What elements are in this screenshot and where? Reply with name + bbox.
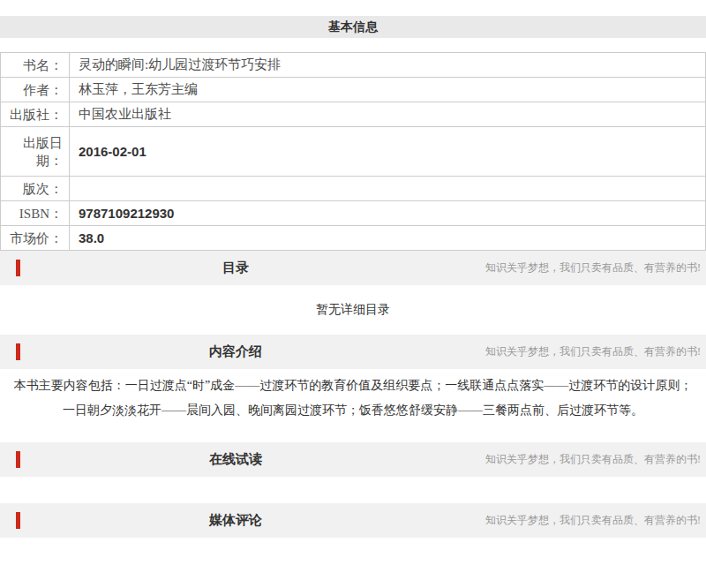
table-row-edition: 版次：	[1, 177, 706, 201]
basic-info-header-bar: 基本信息	[0, 16, 706, 38]
section-tagline: 知识关乎梦想，我们只卖有品质、有营养的书!	[485, 503, 701, 538]
row-value-isbn: 9787109212930	[70, 201, 706, 226]
row-label-title: 书名：	[1, 53, 70, 78]
section-tagline: 知识关乎梦想，我们只卖有品质、有营养的书!	[485, 442, 701, 477]
section-title-preview: 在线试读	[0, 442, 471, 477]
row-value-author: 林玉萍，王东芳主编	[70, 78, 706, 102]
section-title-intro: 内容介绍	[0, 335, 471, 369]
book-detail-page: 基本信息 书名： 灵动的瞬间:幼儿园过渡环节巧安排 作者： 林玉萍，王东芳主编 …	[0, 16, 706, 588]
section-bar-toc: 目录 知识关乎梦想，我们只卖有品质、有营养的书!	[0, 251, 706, 285]
section-bar-preview: 在线试读 知识关乎梦想，我们只卖有品质、有营养的书!	[0, 442, 706, 477]
row-value-edition	[70, 177, 706, 201]
table-row-pubdate: 出版日期： 2016-02-01	[1, 127, 706, 177]
section-title-reviews: 媒体评论	[0, 503, 471, 538]
row-label-price: 市场价：	[1, 226, 70, 251]
table-row-publisher: 出版社： 中国农业出版社	[1, 102, 706, 127]
table-row-price: 市场价： 38.0	[1, 226, 706, 251]
row-value-title: 灵动的瞬间:幼儿园过渡环节巧安排	[70, 53, 706, 78]
row-value-pubdate: 2016-02-01	[70, 127, 706, 177]
row-label-pubdate: 出版日期：	[1, 127, 70, 177]
toc-empty-message: 暂无详细目录	[0, 285, 706, 335]
book-info-table: 书名： 灵动的瞬间:幼儿园过渡环节巧安排 作者： 林玉萍，王东芳主编 出版社： …	[0, 52, 706, 251]
reviews-empty-area	[0, 538, 706, 588]
intro-paragraph: 本书主要内容包括：一日过渡点“时”成金——过渡环节的教育价值及组织要点；一线联通…	[0, 369, 706, 442]
row-label-edition: 版次：	[1, 177, 70, 201]
table-row-author: 作者： 林玉萍，王东芳主编	[1, 78, 706, 102]
row-value-publisher: 中国农业出版社	[70, 102, 706, 127]
section-title-toc: 目录	[0, 251, 471, 285]
row-label-author: 作者：	[1, 78, 70, 102]
table-row-title: 书名： 灵动的瞬间:幼儿园过渡环节巧安排	[1, 53, 706, 78]
basic-info-title: 基本信息	[328, 20, 378, 34]
row-label-publisher: 出版社：	[1, 102, 70, 127]
table-row-isbn: ISBN： 9787109212930	[1, 201, 706, 226]
section-tagline: 知识关乎梦想，我们只卖有品质、有营养的书!	[485, 335, 701, 369]
section-bar-reviews: 媒体评论 知识关乎梦想，我们只卖有品质、有营养的书!	[0, 503, 706, 538]
section-bar-intro: 内容介绍 知识关乎梦想，我们只卖有品质、有营养的书!	[0, 335, 706, 369]
section-tagline: 知识关乎梦想，我们只卖有品质、有营养的书!	[485, 251, 701, 285]
row-label-isbn: ISBN：	[1, 201, 70, 226]
row-value-price: 38.0	[70, 226, 706, 251]
preview-empty-area	[0, 477, 706, 503]
